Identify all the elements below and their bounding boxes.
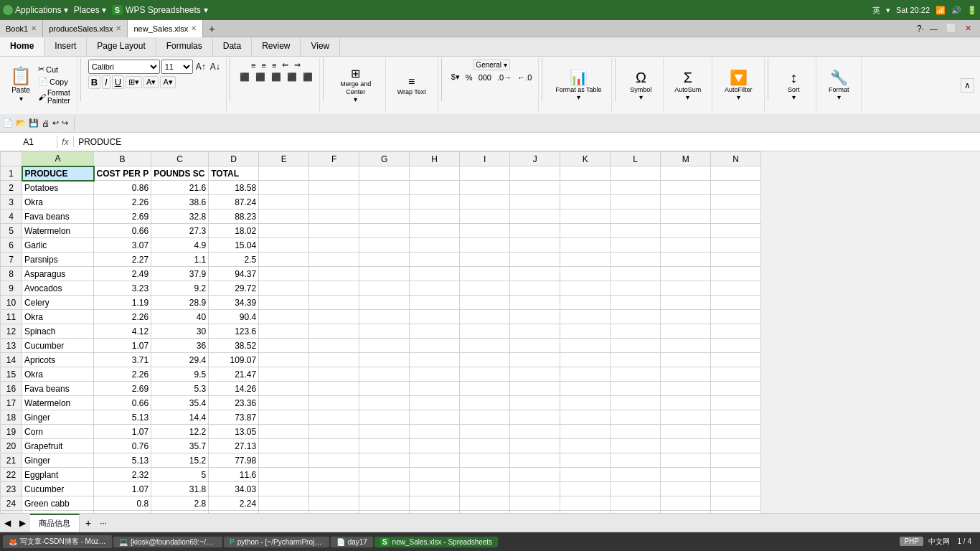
cell-12-4[interactable]: 123.6 [209, 324, 259, 339]
cell-13-4[interactable]: 38.52 [209, 339, 259, 353]
cell-15-1[interactable]: Okra [22, 367, 94, 382]
text-direction[interactable]: ⬛ [301, 72, 315, 83]
cell-25-4[interactable]: 76.1 [209, 511, 259, 514]
cell-6-5[interactable] [259, 238, 309, 253]
cell-19-10[interactable] [510, 425, 560, 439]
cell-12-12[interactable] [611, 324, 661, 339]
cell-24-8[interactable] [410, 496, 460, 511]
cell-24-7[interactable] [359, 496, 410, 511]
cell-10-7[interactable] [359, 296, 410, 310]
cell-5-9[interactable] [460, 224, 510, 238]
tab-page-layout[interactable]: Page Layout [87, 37, 156, 56]
cell-23-11[interactable] [560, 482, 611, 496]
cell-19-7[interactable] [359, 425, 410, 439]
cell-6-7[interactable] [359, 238, 410, 253]
cell-9-11[interactable] [560, 281, 611, 296]
cell-23-4[interactable]: 34.03 [209, 482, 259, 496]
cell-19-2[interactable]: 1.07 [94, 425, 151, 439]
cell-11-10[interactable] [510, 310, 560, 324]
cell-16-4[interactable]: 14.26 [209, 382, 259, 396]
cut-button[interactable]: ✂ Cut [36, 64, 72, 75]
cell-5-10[interactable] [510, 224, 560, 238]
cell-9-12[interactable] [611, 281, 661, 296]
cell-24-3[interactable]: 2.8 [151, 496, 209, 511]
cell-11-4[interactable]: 90.4 [209, 310, 259, 324]
cell-11-6[interactable] [309, 310, 359, 324]
cell-5-14[interactable] [711, 224, 761, 238]
cell-1-8[interactable] [410, 166, 460, 181]
close-tab-book1[interactable]: ✕ [31, 24, 37, 32]
cell-22-11[interactable] [560, 468, 611, 482]
cell-21-7[interactable] [359, 453, 410, 468]
cell-20-7[interactable] [359, 439, 410, 453]
cell-16-9[interactable] [460, 382, 510, 396]
cell-12-7[interactable] [359, 324, 410, 339]
cell-2-14[interactable] [711, 181, 761, 195]
more-sheets-button[interactable]: ··· [97, 518, 110, 528]
cell-6-4[interactable]: 15.04 [209, 238, 259, 253]
cell-22-7[interactable] [359, 468, 410, 482]
tab-view[interactable]: View [301, 37, 340, 56]
cell-24-1[interactable]: Green cabb [22, 496, 94, 511]
cell-3-14[interactable] [711, 195, 761, 209]
cell-16-13[interactable] [661, 382, 711, 396]
cell-5-7[interactable] [359, 224, 410, 238]
col-header-f[interactable]: F [309, 152, 359, 166]
cell-18-2[interactable]: 5.13 [94, 410, 151, 425]
cell-1-11[interactable] [560, 166, 611, 181]
cell-8-12[interactable] [611, 267, 661, 281]
cell-3-7[interactable] [359, 195, 410, 209]
cell-17-5[interactable] [259, 396, 309, 410]
tab-insert[interactable]: Insert [44, 37, 87, 56]
cell-6-6[interactable] [309, 238, 359, 253]
cell-21-13[interactable] [661, 453, 711, 468]
add-sheet-button[interactable]: + [80, 517, 97, 529]
redo-icon[interactable]: ↪ [62, 118, 68, 128]
cell-4-4[interactable]: 88.23 [209, 209, 259, 224]
cell-14-14[interactable] [711, 353, 761, 367]
align-center[interactable]: ⬛ [253, 72, 268, 83]
cell-11-9[interactable] [460, 310, 510, 324]
cell-5-5[interactable] [259, 224, 309, 238]
cell-4-2[interactable]: 2.69 [94, 209, 151, 224]
cell-22-14[interactable] [711, 468, 761, 482]
cell-2-5[interactable] [259, 181, 309, 195]
cell-4-9[interactable] [460, 209, 510, 224]
cell-5-11[interactable] [560, 224, 611, 238]
cell-5-2[interactable]: 0.66 [94, 224, 151, 238]
cell-7-14[interactable] [711, 253, 761, 267]
col-header-e[interactable]: E [259, 152, 309, 166]
cell-19-5[interactable] [259, 425, 309, 439]
cell-17-7[interactable] [359, 396, 410, 410]
cell-19-8[interactable] [410, 425, 460, 439]
cell-24-11[interactable] [560, 496, 611, 511]
cell-22-9[interactable] [460, 468, 510, 482]
cell-17-2[interactable]: 0.66 [94, 396, 151, 410]
taskbar-wps[interactable]: S new_Sales.xlsx - Spreadsheets [374, 537, 498, 547]
add-tab-button[interactable]: + [203, 21, 220, 37]
cell-2-13[interactable] [661, 181, 711, 195]
file-tab-book1[interactable]: Book1 ✕ [0, 20, 43, 37]
cell-20-5[interactable] [259, 439, 309, 453]
tab-data[interactable]: Data [213, 37, 252, 56]
cell-6-3[interactable]: 4.9 [151, 238, 209, 253]
cell-4-3[interactable]: 32.8 [151, 209, 209, 224]
undo-icon[interactable]: ↩ [52, 118, 59, 128]
cell-11-14[interactable] [711, 310, 761, 324]
open-icon[interactable]: 📂 [16, 118, 26, 128]
cell-23-2[interactable]: 1.07 [94, 482, 151, 496]
print-icon[interactable]: 🖨 [42, 119, 50, 128]
close-tab-produce[interactable]: ✕ [116, 24, 121, 32]
cell-19-14[interactable] [711, 425, 761, 439]
cell-13-1[interactable]: Cucumber [22, 339, 94, 353]
cell-11-5[interactable] [259, 310, 309, 324]
cell-25-6[interactable] [309, 511, 359, 514]
cell-23-8[interactable] [410, 482, 460, 496]
cell-15-5[interactable] [259, 367, 309, 382]
cell-14-2[interactable]: 3.71 [94, 353, 151, 367]
cell-20-13[interactable] [661, 439, 711, 453]
cell-10-5[interactable] [259, 296, 309, 310]
cell-23-5[interactable] [259, 482, 309, 496]
indent-inc[interactable]: ⇒ [292, 60, 303, 70]
cell-5-12[interactable] [611, 224, 661, 238]
